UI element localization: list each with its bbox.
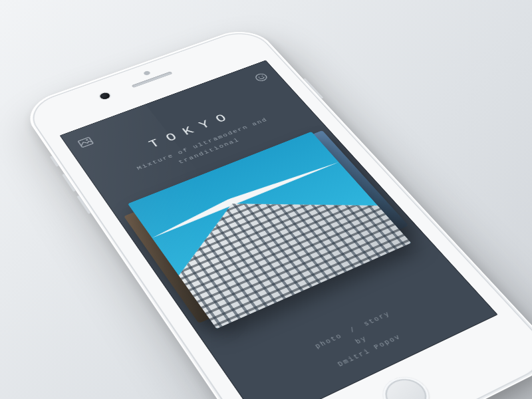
proximity-sensor xyxy=(143,70,152,76)
svg-point-3 xyxy=(258,76,260,78)
credit-separator: / xyxy=(348,326,358,334)
credit-label: photo xyxy=(314,332,344,350)
credit-kind: story xyxy=(362,311,392,328)
earpiece-speaker xyxy=(132,71,173,88)
front-camera xyxy=(98,92,111,100)
scene: TOKYO Mixture of ultramodern and trandit… xyxy=(0,0,532,399)
screen: TOKYO Mixture of ultramodern and trandit… xyxy=(60,60,498,399)
svg-point-2 xyxy=(254,72,269,82)
svg-point-1 xyxy=(86,139,88,141)
home-button[interactable] xyxy=(374,370,438,399)
credit-author: Dmitri Popov xyxy=(245,293,487,399)
smiley-icon[interactable] xyxy=(253,72,270,82)
credit-line: photo / story xyxy=(229,274,469,391)
app-surface: TOKYO Mixture of ultramodern and trandit… xyxy=(60,60,498,399)
gallery-icon[interactable] xyxy=(77,136,94,148)
svg-point-4 xyxy=(261,75,263,76)
phone-device: TOKYO Mixture of ultramodern and trandit… xyxy=(19,24,532,399)
credit-by: by xyxy=(237,283,478,399)
credit-block: photo / story by Dmitri Popov xyxy=(229,274,487,399)
photo-card-prev[interactable] xyxy=(124,209,219,323)
device-body: TOKYO Mixture of ultramodern and trandit… xyxy=(22,26,532,399)
